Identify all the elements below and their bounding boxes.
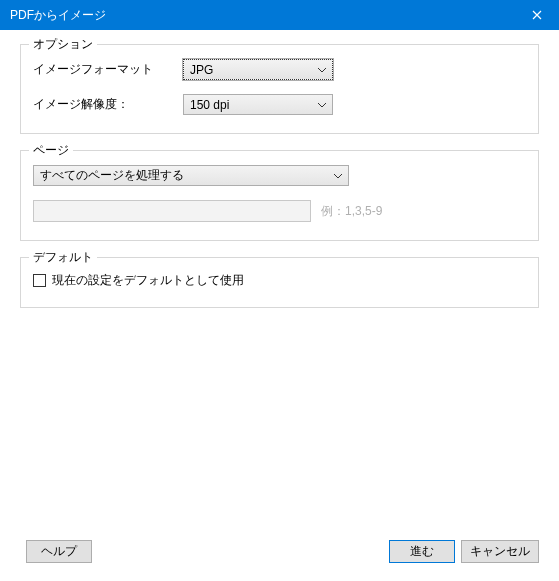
dialog-content: オプション イメージフォーマット JPG イメージ解像度： 150 dpi xyxy=(0,30,559,540)
image-format-label: イメージフォーマット xyxy=(33,61,183,78)
page-range-input[interactable] xyxy=(33,200,311,222)
default-checkbox-label: 現在の設定をデフォルトとして使用 xyxy=(52,272,244,289)
window-title: PDFからイメージ xyxy=(10,7,514,24)
help-button-label: ヘルプ xyxy=(41,543,77,560)
image-format-value: JPG xyxy=(190,63,314,77)
pages-group: ページ すべてのページを処理する 例：1,3,5-9 xyxy=(20,150,539,241)
ok-button-label: 進む xyxy=(410,543,434,560)
pages-group-label: ページ xyxy=(29,142,73,159)
page-mode-row: すべてのページを処理する xyxy=(33,165,526,186)
ok-button[interactable]: 進む xyxy=(389,540,455,563)
dialog-window: PDFからイメージ オプション イメージフォーマット JPG イメージ解像度： xyxy=(0,0,559,581)
dialog-footer: ヘルプ 進む キャンセル xyxy=(0,540,559,581)
chevron-down-icon xyxy=(330,170,346,181)
page-range-hint: 例：1,3,5-9 xyxy=(321,203,382,220)
cancel-button[interactable]: キャンセル xyxy=(461,540,539,563)
help-button[interactable]: ヘルプ xyxy=(26,540,92,563)
image-dpi-label: イメージ解像度： xyxy=(33,96,183,113)
image-format-select[interactable]: JPG xyxy=(183,59,333,80)
image-format-row: イメージフォーマット JPG xyxy=(33,59,526,80)
options-group: オプション イメージフォーマット JPG イメージ解像度： 150 dpi xyxy=(20,44,539,134)
page-mode-value: すべてのページを処理する xyxy=(40,167,330,184)
cancel-button-label: キャンセル xyxy=(470,543,530,560)
image-dpi-row: イメージ解像度： 150 dpi xyxy=(33,94,526,115)
titlebar: PDFからイメージ xyxy=(0,0,559,30)
chevron-down-icon xyxy=(314,64,330,75)
close-icon xyxy=(532,7,542,23)
image-dpi-value: 150 dpi xyxy=(190,98,314,112)
defaults-group-label: デフォルト xyxy=(29,249,97,266)
chevron-down-icon xyxy=(314,99,330,110)
options-group-label: オプション xyxy=(29,36,97,53)
defaults-group: デフォルト 現在の設定をデフォルトとして使用 xyxy=(20,257,539,308)
page-mode-select[interactable]: すべてのページを処理する xyxy=(33,165,349,186)
page-range-row: 例：1,3,5-9 xyxy=(33,200,526,222)
close-button[interactable] xyxy=(514,0,559,30)
image-dpi-select[interactable]: 150 dpi xyxy=(183,94,333,115)
default-checkbox-row[interactable]: 現在の設定をデフォルトとして使用 xyxy=(33,272,526,289)
default-checkbox[interactable] xyxy=(33,274,46,287)
